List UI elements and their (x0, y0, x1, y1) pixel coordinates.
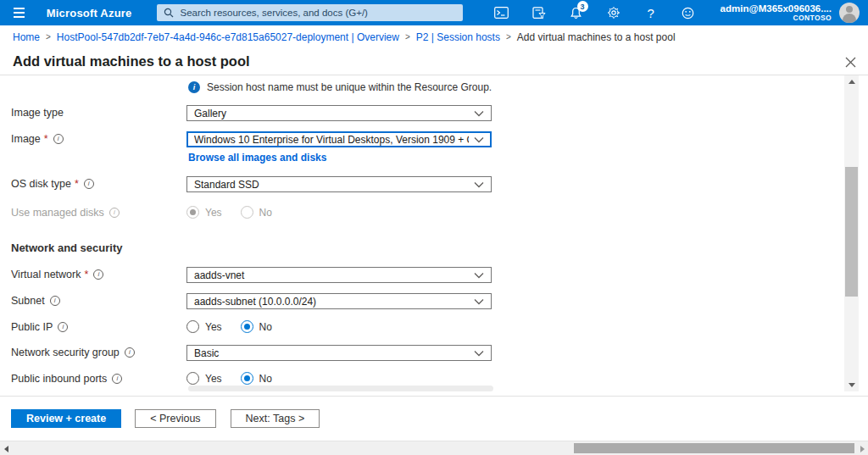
os-disk-type-row: OS disk type * i Standard SSD (0, 176, 844, 192)
chevron-down-icon (474, 350, 484, 357)
previous-button[interactable]: < Previous (135, 409, 215, 428)
horizontal-scrollbar-thumb[interactable] (574, 443, 854, 453)
breadcrumb-current: Add virtual machines to a host pool (517, 31, 676, 43)
image-type-label: Image type (11, 105, 186, 119)
info-icon: i (50, 296, 60, 306)
scroll-right-arrow[interactable] (856, 441, 868, 455)
info-icon: i (125, 347, 135, 358)
public-ip-yes-radio[interactable]: Yes (186, 320, 222, 333)
chevron-down-icon (474, 272, 484, 279)
network-security-group-dropdown[interactable]: Basic (186, 345, 492, 361)
subnet-dropdown[interactable]: aadds-subnet (10.0.0.0/24) (186, 293, 492, 309)
info-icon: i (84, 179, 94, 189)
breadcrumb: Home > HostPool-547db2df-7eb7-4a4d-946c-… (0, 25, 868, 48)
directory-filter-icon[interactable] (526, 0, 552, 25)
breadcrumb-session-hosts[interactable]: P2 | Session hosts (416, 31, 500, 43)
breadcrumb-separator: > (46, 32, 51, 42)
use-managed-disks-row: Use managed disks i Yes No (0, 205, 844, 219)
notice-text: Session host name must be unique within … (207, 81, 492, 93)
help-icon[interactable]: ? (638, 0, 664, 25)
search-icon (164, 8, 174, 18)
feedback-smiley-icon[interactable] (676, 0, 701, 25)
settings-gear-icon[interactable] (601, 0, 626, 25)
notifications-bell-icon[interactable]: 3 (564, 0, 589, 25)
topbar: Microsoft Azure (0, 0, 868, 25)
use-managed-disks-radio-group: Yes No (186, 205, 492, 219)
required-marker: * (84, 269, 88, 280)
account-email: admin@M365x096036.... (721, 3, 832, 14)
chevron-down-icon (474, 136, 484, 143)
public-inbound-ports-label: Public inbound ports i (11, 371, 186, 385)
public-ip-row: Public IP i Yes No (0, 319, 844, 333)
form-content: i Session host name must be unique withi… (0, 75, 844, 396)
public-ip-radio-group: Yes No (186, 319, 492, 333)
chevron-down-icon (474, 110, 484, 117)
cloud-shell-icon[interactable] (489, 0, 515, 25)
info-icon: i (58, 322, 68, 332)
subnet-label: Subnet i (11, 293, 186, 307)
info-icon: i (93, 269, 103, 280)
public-inbound-ports-radio-group: Yes No (186, 371, 492, 385)
public-ip-no-radio[interactable]: No (241, 320, 272, 333)
required-marker: * (44, 133, 48, 145)
public-ip-label: Public IP i (11, 319, 186, 333)
info-icon: i (112, 374, 122, 384)
use-managed-disks-label: Use managed disks i (11, 205, 186, 219)
info-icon: i (188, 81, 200, 93)
virtual-network-row: Virtual network * i aadds-vnet (0, 267, 844, 283)
image-dropdown[interactable]: Windows 10 Enterprise for Virtual Deskto… (186, 131, 492, 147)
public-inbound-ports-row: Public inbound ports i Yes No (0, 371, 844, 385)
browse-images-link[interactable]: Browse all images and disks (188, 152, 326, 164)
scroll-left-arrow[interactable] (0, 441, 12, 455)
use-managed-disks-yes-radio: Yes (186, 206, 222, 219)
form-horizontal-scrollbar[interactable] (188, 386, 493, 391)
breadcrumb-hostpool-overview[interactable]: HostPool-547db2df-7eb7-4a4d-946c-e7d815a… (57, 31, 399, 43)
os-disk-type-dropdown[interactable]: Standard SSD (186, 176, 492, 192)
footer-actions: Review + create < Previous Next: Tags > (0, 396, 868, 441)
network-security-group-row: Network security group i Basic (0, 345, 844, 361)
image-row: Image * i Windows 10 Enterprise for Virt… (0, 131, 844, 147)
review-create-button[interactable]: Review + create (11, 409, 121, 428)
network-security-heading: Network and security (11, 241, 844, 254)
search-input[interactable] (180, 8, 455, 18)
title-bar: Add virtual machines to a host pool (0, 48, 868, 75)
subnet-row: Subnet i aadds-subnet (10.0.0.0/24) (0, 293, 844, 309)
os-disk-type-label: OS disk type * i (11, 176, 186, 190)
notification-count-badge: 3 (577, 1, 588, 12)
public-inbound-ports-no-radio[interactable]: No (241, 372, 272, 385)
horizontal-scrollbar[interactable] (0, 441, 868, 455)
topbar-icons: 3 ? (483, 0, 707, 25)
next-tags-button[interactable]: Next: Tags > (231, 409, 320, 428)
vertical-scrollbar[interactable] (844, 75, 859, 391)
info-notice: i Session host name must be unique withi… (188, 81, 844, 93)
image-label: Image * i (11, 131, 186, 145)
scroll-up-arrow[interactable] (844, 75, 859, 88)
azure-portal-window: Microsoft Azure (0, 0, 868, 455)
account-tenant: CONTOSO (721, 14, 832, 23)
breadcrumb-separator: > (405, 32, 410, 42)
azure-brand[interactable]: Microsoft Azure (47, 7, 132, 19)
network-security-group-label: Network security group i (11, 345, 186, 358)
scroll-down-arrow[interactable] (844, 379, 859, 391)
breadcrumb-separator: > (506, 32, 511, 42)
info-icon: i (109, 208, 120, 218)
global-search[interactable] (157, 4, 462, 21)
use-managed-disks-no-radio: No (241, 206, 272, 219)
required-marker: * (75, 178, 79, 190)
vertical-scrollbar-thumb[interactable] (845, 167, 858, 297)
chevron-down-icon (474, 181, 484, 188)
breadcrumb-home[interactable]: Home (13, 31, 40, 43)
avatar[interactable] (839, 3, 860, 23)
image-type-row: Image type Gallery (0, 105, 844, 121)
chevron-down-icon (474, 298, 484, 305)
image-type-dropdown[interactable]: Gallery (186, 105, 492, 121)
account-info[interactable]: admin@M365x096036.... CONTOSO (721, 3, 832, 23)
info-icon: i (53, 134, 64, 144)
public-inbound-ports-yes-radio[interactable]: Yes (186, 372, 222, 385)
page-title: Add virtual machines to a host pool (13, 53, 250, 69)
close-icon[interactable] (841, 53, 860, 71)
virtual-network-dropdown[interactable]: aadds-vnet (186, 267, 492, 283)
virtual-network-label: Virtual network * i (11, 267, 186, 280)
hamburger-menu-icon[interactable] (14, 5, 25, 20)
